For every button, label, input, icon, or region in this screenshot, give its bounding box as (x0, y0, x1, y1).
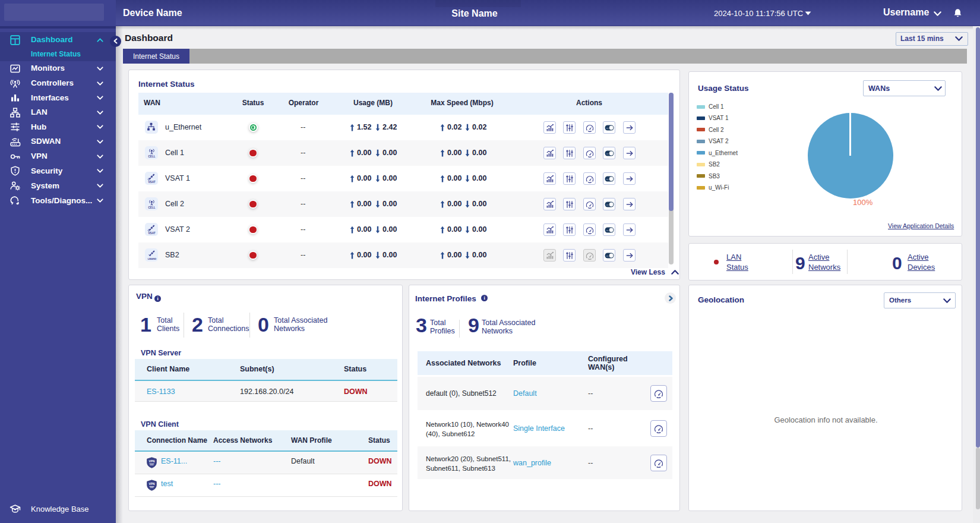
svg-text:VPN: VPN (149, 483, 155, 486)
svg-text:on: on (606, 255, 608, 257)
svg-text:LBAND: LBAND (147, 257, 156, 260)
svg-text:on: on (606, 153, 608, 155)
svg-text:on: on (606, 178, 608, 181)
svg-text:VPN: VPN (149, 460, 155, 463)
svg-text:on: on (606, 127, 608, 130)
svg-text:CELL: CELL (148, 155, 155, 157)
svg-text:VSAT: VSAT (148, 180, 155, 183)
svg-text:VSAT: VSAT (148, 231, 155, 234)
svg-text:CELL: CELL (148, 206, 155, 209)
svg-text:on: on (606, 229, 608, 232)
svg-text:on: on (606, 204, 608, 206)
